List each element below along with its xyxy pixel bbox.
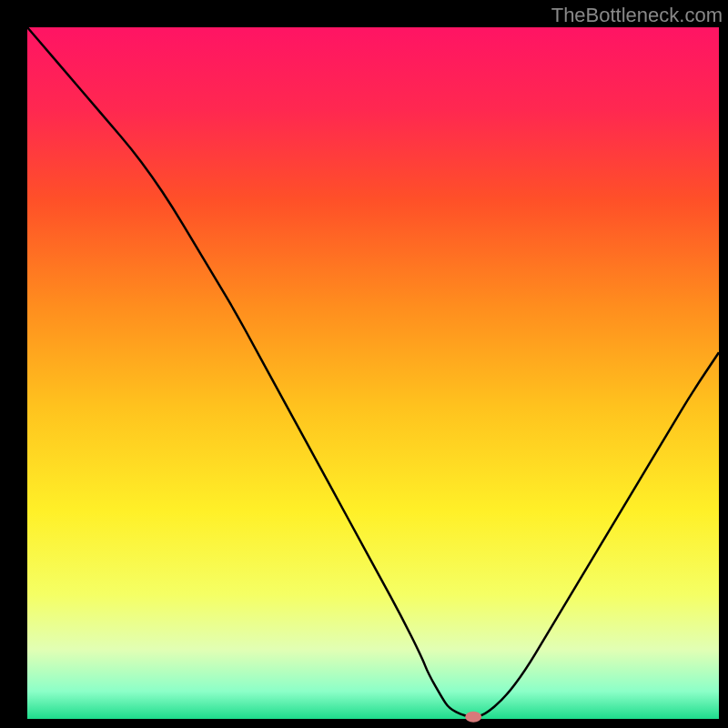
chart-container: TheBottleneck.com [0, 0, 728, 728]
plot-background [27, 27, 719, 719]
optimal-point-marker [465, 712, 481, 723]
watermark-text: TheBottleneck.com [551, 4, 723, 27]
bottleneck-chart [0, 0, 728, 728]
